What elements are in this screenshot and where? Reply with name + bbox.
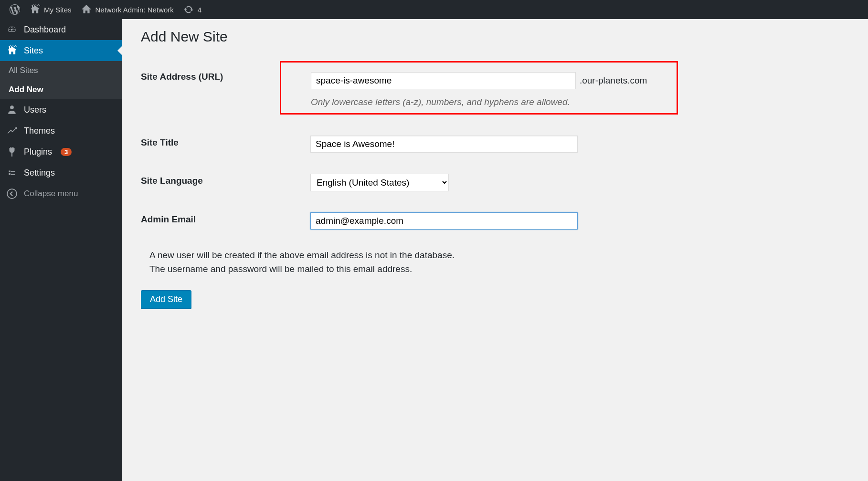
site-address-description: Only lowercase letters (a-z), numbers, a…	[311, 97, 647, 107]
sidebar-item-settings[interactable]: Settings	[0, 162, 122, 183]
site-address-input[interactable]	[311, 72, 576, 89]
update-icon	[183, 4, 194, 15]
admin-email-input[interactable]	[310, 212, 578, 230]
sidebar-label: Settings	[24, 168, 55, 178]
label-site-title: Site Title	[141, 136, 310, 148]
sidebar-label: Plugins	[24, 147, 52, 157]
sidebar-label: Dashboard	[24, 25, 66, 35]
sidebar-subitem-add-new[interactable]: Add New	[0, 80, 122, 99]
sidebar-label: Sites	[24, 46, 43, 56]
sidebar-subitem-all-sites[interactable]: All Sites	[0, 61, 122, 80]
svg-point-0	[7, 189, 17, 199]
dashboard-icon	[7, 24, 17, 35]
site-title-input[interactable]	[310, 136, 578, 153]
themes-icon	[7, 125, 17, 136]
main-content: Add New Site Site Address (URL) .our-pla…	[122, 19, 868, 481]
row-site-title: Site Title	[141, 125, 849, 163]
domain-suffix: .our-planets.com	[580, 75, 647, 85]
sidebar-label: Themes	[24, 126, 55, 136]
collapse-icon	[7, 188, 17, 199]
my-sites-label: My Sites	[44, 6, 72, 14]
label-site-language: Site Language	[141, 174, 310, 186]
row-site-language: Site Language English (United States)	[141, 163, 849, 202]
row-site-address: Site Address (URL) .our-planets.com Only…	[141, 59, 849, 125]
sidebar-item-sites[interactable]: Sites	[0, 40, 122, 61]
highlight-box: .our-planets.com Only lowercase letters …	[280, 61, 678, 115]
sidebar-item-themes[interactable]: Themes	[0, 120, 122, 141]
wordpress-logo-link[interactable]	[5, 4, 25, 15]
home-icon	[81, 4, 92, 15]
label-admin-email: Admin Email	[141, 212, 310, 225]
sidebar-item-dashboard[interactable]: Dashboard	[0, 19, 122, 40]
plugins-badge: 3	[61, 148, 72, 156]
sidebar-label: Users	[24, 105, 46, 115]
updates-link[interactable]: 4	[179, 4, 206, 15]
page-title: Add New Site	[141, 29, 849, 45]
sidebar-collapse[interactable]: Collapse menu	[0, 183, 122, 204]
houses-icon	[30, 4, 40, 15]
network-admin-label: Network Admin: Network	[95, 6, 174, 14]
add-site-button[interactable]: Add Site	[141, 290, 191, 309]
sidebar-sites-submenu: All Sites Add New	[0, 61, 122, 99]
note-line-1: A new user will be created if the above …	[149, 249, 849, 262]
sidebar-item-plugins[interactable]: Plugins 3	[0, 141, 122, 162]
sidebar-label: Collapse menu	[24, 189, 78, 199]
site-language-select[interactable]: English (United States)	[310, 174, 449, 191]
form-note: A new user will be created if the above …	[141, 240, 849, 276]
plugins-icon	[7, 146, 17, 157]
sites-icon	[7, 45, 17, 56]
network-admin-link[interactable]: Network Admin: Network	[76, 4, 179, 15]
admin-bar: My Sites Network Admin: Network 4	[0, 0, 868, 19]
note-line-2: The username and password will be mailed…	[149, 262, 849, 276]
settings-icon	[7, 167, 17, 178]
users-icon	[7, 105, 17, 115]
wordpress-icon	[10, 4, 20, 15]
sidebar-item-users[interactable]: Users	[0, 99, 122, 120]
updates-count: 4	[198, 6, 201, 14]
admin-sidebar: Dashboard Sites All Sites Add New Users …	[0, 19, 122, 481]
my-sites-link[interactable]: My Sites	[25, 4, 76, 15]
row-admin-email: Admin Email	[141, 202, 849, 240]
